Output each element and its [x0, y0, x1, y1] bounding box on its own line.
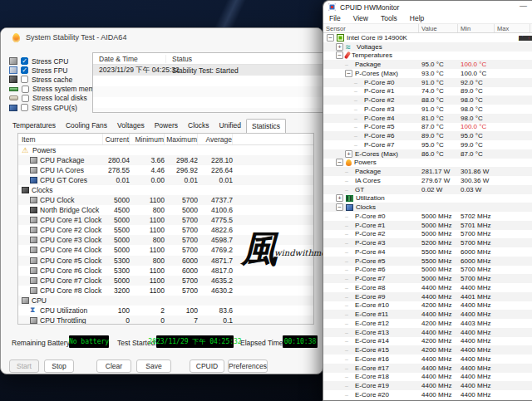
sensor-row[interactable]: −Powers — [323, 159, 532, 168]
sensor-row[interactable]: –P-Core #7 5000 MHz 1100 MHz 5700 MHz — [323, 274, 532, 283]
sensor-row[interactable]: +E-Cores (Max) 86.0 °C 29.0 °C 87.0 °C — [323, 149, 532, 159]
sensor-row[interactable]: –P-Core #3 5200 MHz 1100 MHz 5700 MHz — [323, 238, 532, 247]
sensor-row[interactable]: –P-Core #2 5000 MHz 1100 MHz 5700 MHz — [323, 230, 532, 239]
sensor-row[interactable]: +≈Voltages — [323, 42, 532, 51]
tree-expander-expand[interactable]: + — [345, 150, 352, 158]
sensor-row[interactable]: –E-Core #16 4400 MHz 900 MHz 4400 MHz — [323, 355, 532, 364]
stats-row[interactable]: CPU Core #8 Clock 3200 1100 5700 4630.2 — [18, 286, 313, 296]
save-button[interactable]: Save — [136, 359, 171, 373]
sensor-row[interactable]: −P-Cores (Max) 93.0 °C 28.0 °C 100.0 °C — [323, 69, 532, 78]
sensor-row[interactable]: –E-Core #14 4200 MHz 800 MHz 4400 MHz — [323, 337, 532, 346]
test-log-list[interactable]: Date & Time Status 2023/11/29 下午 04:25:3… — [92, 52, 323, 113]
stress-option[interactable]: Stress GPU(s) — [9, 103, 92, 112]
stats-row[interactable]: CPU Core #1 Clock 5000 1100 5700 4775.5 — [18, 215, 313, 225]
tab-clocks[interactable]: Clocks — [183, 119, 214, 132]
tree-expander-collapse[interactable]: − — [345, 70, 352, 77]
menu-tools[interactable]: Tools — [381, 14, 397, 22]
stats-row[interactable]: CPU IA Cores 278.55 4.46 296.92 226.64 — [18, 165, 313, 175]
checkbox[interactable] — [22, 86, 29, 93]
sensor-row[interactable]: –P-Core #3 91.0 °C 24.0 °C 98.0 °C — [323, 105, 532, 114]
aida64-titlebar[interactable]: System Stability Test - AIDA64 — [1, 28, 323, 46]
minimize-button[interactable]: — — [516, 2, 528, 12]
sensor-row[interactable]: –P-Core #2 88.0 °C 27.0 °C 98.0 °C — [323, 95, 532, 105]
stats-row[interactable]: CPU — [18, 296, 313, 306]
menu-view[interactable]: View — [353, 14, 368, 22]
sensor-row[interactable]: –E-Core #10 4200 MHz 1100 MHz 4400 MHz — [323, 301, 532, 311]
sensor-row[interactable]: –E-Core #17 4400 MHz 1000 MHz 4400 MHz — [323, 364, 532, 373]
stats-row[interactable]: CPU Throttling 0 0 7 0.1 — [18, 315, 313, 325]
checkbox[interactable] — [22, 95, 29, 102]
tree-expander-collapse[interactable]: − — [327, 34, 334, 42]
tab-unified[interactable]: Unified — [214, 119, 246, 132]
sensor-row[interactable]: –P-Core #5 5500 MHz 1100 MHz 6000 MHz — [323, 257, 532, 266]
sensor-row[interactable]: –P-Core #5 87.0 °C 26.0 °C 100.0 °C — [323, 123, 532, 132]
tab-powers[interactable]: Powers — [150, 119, 183, 132]
tree-expander-collapse[interactable]: − — [336, 203, 343, 211]
tab-cooling-fans[interactable]: Cooling Fans — [61, 119, 112, 132]
stress-option[interactable]: Stress cache — [9, 75, 92, 84]
checkbox[interactable]: ✓ — [21, 57, 28, 65]
sensor-row[interactable]: –P-Core #6 89.0 °C 24.0 °C 95.0 °C — [323, 131, 532, 140]
sensor-row[interactable]: –P-Core #4 5500 MHz 1100 MHz 6000 MHz — [323, 247, 532, 257]
stats-row[interactable]: CPU Core #2 Clock 5500 1100 5700 4822.6 — [18, 225, 313, 235]
tree-expander-collapse[interactable]: − — [336, 51, 343, 59]
checkbox[interactable] — [21, 104, 28, 111]
sensor-row[interactable]: –P-Core #1 74.0 °C 27.0 °C 89.0 °C — [323, 87, 532, 96]
hwmonitor-titlebar[interactable]: CPUID HWMonitor — — [323, 1, 532, 13]
sensor-row[interactable]: –E-Core #13 4400 MHz 900 MHz 4400 MHz — [323, 328, 532, 337]
start-button[interactable]: Start — [9, 359, 39, 373]
stats-row[interactable]: CPU Core #6 Clock 5300 1100 6000 4817.0 — [18, 266, 313, 276]
sensor-row[interactable]: –E-Core #15 4200 MHz 1100 MHz 4400 MHz — [323, 345, 532, 355]
sensor-row[interactable]: –P-Core #7 95.0 °C 25.0 °C 99.0 °C — [323, 140, 532, 149]
sensor-row[interactable]: –GT 0.02 W 0.00 W 0.03 W — [323, 185, 532, 194]
sensor-row[interactable]: –E-Core #19 4400 MHz 1100 MHz 4400 MHz — [323, 381, 532, 390]
stats-row[interactable]: CPU Core #4 Clock 5000 1100 5700 4769.2 — [18, 245, 313, 255]
sensor-row[interactable]: –E-Core #12 4200 MHz 1100 MHz 4403 MHz — [323, 319, 532, 328]
stats-row[interactable]: CPU GT Cores 0.01 0.00 0.01 0.01 — [18, 175, 313, 185]
stats-row[interactable]: ⚠Powers — [18, 145, 313, 155]
sensor-row[interactable]: –E-Core #11 4400 MHz 800 MHz 4400 MHz — [323, 310, 532, 319]
sensor-row[interactable]: –P-Core #0 5000 MHz 800 MHz 5702 MHz — [323, 212, 532, 221]
sensor-row[interactable]: –IA Cores 279.67 W 1.66 W 300.36 W — [323, 176, 532, 185]
stress-option[interactable]: Stress local disks — [9, 94, 92, 103]
stop-button[interactable]: Stop — [44, 359, 74, 373]
sensor-row[interactable]: –E-Core #20 4400 MHz 1100 MHz 4400 MHz — [323, 390, 532, 399]
stress-option[interactable]: ✓ Stress FPU — [9, 66, 92, 75]
sensor-row[interactable]: –E-Core #9 4400 MHz 1100 MHz 4401 MHz — [323, 292, 532, 301]
clear-button[interactable]: Clear — [96, 359, 131, 373]
sensor-row[interactable]: –P-Core #4 81.0 °C 27.0 °C 98.0 °C — [323, 114, 532, 123]
stats-row[interactable]: Clocks — [18, 185, 313, 195]
stats-row[interactable]: CPU Clock 5000 1100 5700 4737.7 — [18, 195, 313, 205]
sensor-row[interactable]: –E-Core #18 4400 MHz 1000 MHz 4400 MHz — [323, 373, 532, 382]
tab-temperatures[interactable]: Temperatures — [7, 119, 61, 132]
sensor-row[interactable]: –P-Core #6 5000 MHz 1100 MHz 5700 MHz — [323, 266, 532, 275]
sensor-row[interactable]: –Package 95.0 °C 31.0 °C 100.0 °C — [323, 60, 532, 69]
stats-row[interactable]: CPU Package 280.04 3.66 298.42 228.10 — [18, 155, 313, 165]
sensor-row[interactable]: −Intel Core i9 14900K — [323, 33, 532, 42]
checkbox[interactable] — [21, 76, 28, 83]
sensor-row[interactable]: –E-Core #8 4400 MHz 800 MHz 4400 MHz — [323, 283, 532, 292]
menu-help[interactable]: Help — [410, 14, 424, 22]
sensor-row[interactable]: −Clocks — [323, 203, 532, 212]
sensor-row[interactable]: +Utilization — [323, 194, 532, 203]
tree-expander-expand[interactable]: + — [336, 194, 343, 202]
log-row[interactable]: 2023/11/29 下午 04:25:32 Stability Test: S… — [93, 65, 323, 76]
cpuid-button[interactable]: CPUID — [190, 359, 224, 373]
stats-row[interactable]: CPU Core #5 Clock 5300 800 6000 4871.7 — [18, 256, 313, 266]
tree-expander-collapse[interactable]: − — [336, 159, 343, 166]
checkbox[interactable]: ✓ — [21, 66, 28, 74]
stats-row[interactable]: CPU Core #3 Clock 5000 800 5700 4598.7 — [18, 235, 313, 245]
sensor-row[interactable]: –P-Core #0 91.0 °C 25.0 °C 92.0 °C — [323, 78, 532, 87]
stress-option[interactable]: Stress system memory — [9, 85, 92, 94]
tab-voltages[interactable]: Voltages — [112, 119, 150, 132]
tree-expander-expand[interactable]: + — [336, 43, 343, 51]
tab-statistics[interactable]: Statistics — [246, 119, 286, 133]
menu-file[interactable]: File — [329, 14, 341, 22]
stress-option[interactable]: ✓ Stress CPU — [9, 56, 92, 66]
stats-row[interactable]: CPU Core #7 Clock 5000 1100 5700 4635.2 — [18, 276, 313, 286]
sensor-row[interactable]: –P-Core #1 5000 MHz 900 MHz 5701 MHz — [323, 221, 532, 230]
sensor-row[interactable]: –Package 281.17 W 3.13 W 301.86 W — [323, 167, 532, 176]
stats-row[interactable]: ⧗CPU Utilization 100 2 100 83.6 — [18, 306, 313, 315]
preferences-button[interactable]: Preferences — [228, 359, 268, 373]
stats-row[interactable]: North Bridge Clock 4500 800 5000 4100.6 — [18, 205, 313, 215]
